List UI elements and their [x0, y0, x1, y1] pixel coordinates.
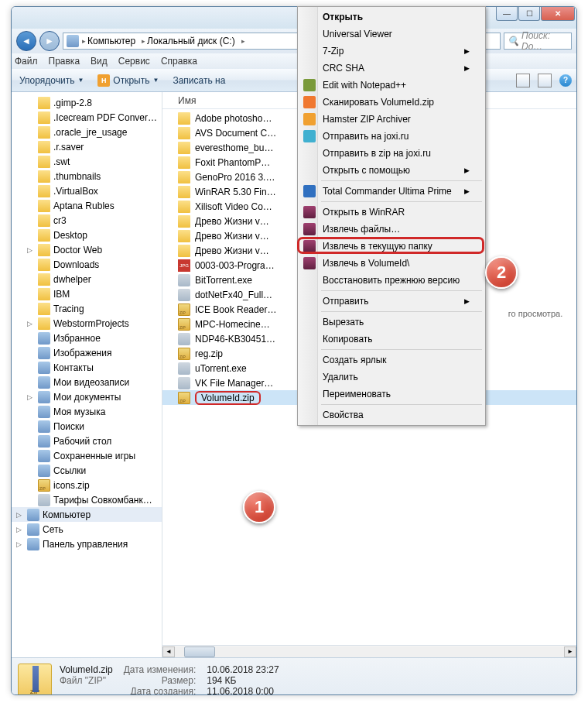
tree-item[interactable]: Desktop [12, 228, 162, 242]
ctx-item[interactable]: Edit with Notepad++ [299, 77, 484, 94]
ctx-item[interactable]: Universal Viewer [299, 26, 484, 43]
callout-badge-2: 2 [485, 256, 518, 289]
tree-item[interactable]: .Icecream PDF Conver… [12, 110, 162, 125]
folder-icon [178, 112, 190, 125]
ctx-item[interactable]: Извлечь файлы… [299, 221, 484, 238]
tree-item[interactable]: .VirtualBox [12, 183, 162, 198]
tree-cpanel[interactable]: ▷Панель управления [12, 537, 162, 551]
tree-item[interactable]: Изображения [12, 345, 162, 360]
tree-item[interactable]: Контакты [12, 360, 162, 375]
tree-item[interactable]: Избранное [12, 331, 162, 345]
view-button[interactable] [538, 74, 552, 87]
tree-item[interactable]: Downloads [12, 257, 162, 272]
ctx-item[interactable]: Открыть с помощью▶ [299, 162, 484, 179]
titlebar[interactable]: — ☐ ✕ [12, 7, 576, 29]
hamster-icon: H [97, 74, 110, 87]
tree-item[interactable]: IBM [12, 286, 162, 301]
tree-item[interactable]: Tracing [12, 301, 162, 316]
maximize-button[interactable]: ☐ [518, 7, 540, 21]
ctx-item[interactable]: Отправить на joxi.ru [299, 128, 484, 145]
ctx-item[interactable]: Total Commander Ultima Prime▶ [299, 183, 484, 200]
computer-icon [67, 35, 79, 47]
ctx-item[interactable]: Hamster ZIP Archiver [299, 111, 484, 128]
open-button[interactable]: HОткрыть ▼ [94, 73, 162, 88]
ctx-item[interactable]: Копировать [299, 331, 484, 348]
breadcrumb-drive[interactable]: Локальный диск (C:) [147, 36, 235, 46]
menu-1[interactable]: Правка [49, 56, 80, 67]
tree-network[interactable]: ▷Сеть [12, 522, 162, 537]
tree-item[interactable]: Мои видеозаписи [12, 375, 162, 389]
rar-icon [303, 257, 316, 269]
details-pane: ZIP VolumeId.zip Дата изменения: 10.06.2… [12, 657, 576, 695]
menu-0[interactable]: Файл [15, 56, 38, 67]
preview-pane-button[interactable] [516, 74, 530, 87]
close-button[interactable]: ✕ [541, 7, 575, 21]
ctx-item[interactable]: Отправить в zip на joxi.ru [299, 145, 484, 162]
sys-icon [38, 376, 50, 389]
tree-item[interactable]: .swt [12, 154, 162, 169]
tree-item[interactable]: Тарифы Совкомбанк… [12, 492, 162, 507]
ctx-item[interactable]: Извлечь в VolumeId\ [299, 255, 484, 272]
sys-icon [38, 465, 50, 477]
menu-3[interactable]: Сервис [118, 56, 150, 67]
folder-icon [178, 230, 190, 242]
minimize-button[interactable]: — [496, 7, 518, 21]
ctx-item[interactable]: Вырезать [299, 314, 484, 331]
ctx-item[interactable]: Удалить [299, 369, 484, 386]
organize-button[interactable]: Упорядочить ▼ [16, 74, 87, 87]
forward-button[interactable]: ► [39, 31, 60, 51]
folder-icon [178, 245, 190, 257]
nav-tree[interactable]: .gimp-2.8.Icecream PDF Conver….oracle_jr… [12, 92, 162, 657]
horizontal-scrollbar[interactable]: ◄► [162, 645, 576, 657]
tree-item[interactable]: Сохраненные игры [12, 448, 162, 463]
tree-item[interactable]: .thumbnails [12, 169, 162, 183]
ctx-item[interactable]: Создать ярлык [299, 352, 484, 369]
tree-item[interactable]: Ссылки [12, 463, 162, 478]
menubar: ФайлПравкаВидСервисСправка [12, 53, 576, 69]
tree-item[interactable]: ▷Мои документы [12, 389, 162, 404]
menu-2[interactable]: Вид [91, 56, 108, 67]
ctx-item[interactable]: Свойства [299, 406, 484, 424]
ctx-item[interactable]: Сканировать VolumeId.zip [299, 94, 484, 111]
ctx-item[interactable]: Переименовать [299, 386, 484, 403]
tree-item[interactable]: .oracle_jre_usage [12, 125, 162, 139]
search-input[interactable]: 🔍 Поиск: Do… [504, 33, 572, 50]
preview-message: го просмотра. [501, 309, 570, 318]
tree-item[interactable]: Моя музыка [12, 404, 162, 419]
jpg-icon: JPG [178, 259, 190, 272]
ctx-item[interactable]: Восстановить прежнюю версию [299, 272, 484, 289]
burn-button[interactable]: Записать на [169, 74, 228, 87]
folder-icon [38, 170, 50, 183]
callout-badge-1: 1 [243, 491, 275, 523]
context-menu: ОткрытьUniversal Viewer7-Zip▶CRC SHA▶Edi… [297, 6, 486, 426]
tree-item[interactable]: Рабочий стол [12, 434, 162, 448]
tree-item[interactable]: icons.zip [12, 478, 162, 492]
tree-item[interactable]: ▷Doctor Web [12, 242, 162, 257]
sys-icon [38, 347, 50, 359]
menu-4[interactable]: Справка [161, 56, 197, 67]
tree-item[interactable]: .gimp-2.8 [12, 95, 162, 110]
ctx-item[interactable]: Открыть [299, 9, 484, 26]
tree-item[interactable]: dwhelper [12, 272, 162, 286]
tree-item[interactable]: Aptana Rubles [12, 198, 162, 213]
ctx-item[interactable]: CRC SHA▶ [299, 60, 484, 77]
tree-item[interactable]: ▷WebstormProjects [12, 316, 162, 331]
avast-icon [303, 96, 316, 108]
folder-icon [178, 186, 190, 198]
ctx-item[interactable]: Извлечь в текущую папку [299, 238, 484, 255]
tree-item[interactable]: .r.saver [12, 139, 162, 154]
tree-item[interactable]: Поиски [12, 419, 162, 434]
back-button[interactable]: ◄ [16, 31, 36, 51]
help-button[interactable]: ? [559, 74, 572, 87]
ctx-item[interactable]: Открыть в WinRAR [299, 204, 484, 221]
folder-icon [38, 126, 50, 139]
folder-icon [38, 259, 50, 271]
tree-item[interactable]: cr3 [12, 213, 162, 228]
folder-icon [38, 185, 50, 197]
ctx-item[interactable]: Отправить▶ [299, 293, 484, 310]
breadcrumb-root[interactable]: Компьютер [87, 36, 135, 46]
tree-computer[interactable]: ▷Компьютер [12, 507, 162, 522]
ctx-item[interactable]: 7-Zip▶ [299, 43, 484, 60]
folder-icon [178, 156, 190, 169]
folder-icon [38, 97, 50, 109]
